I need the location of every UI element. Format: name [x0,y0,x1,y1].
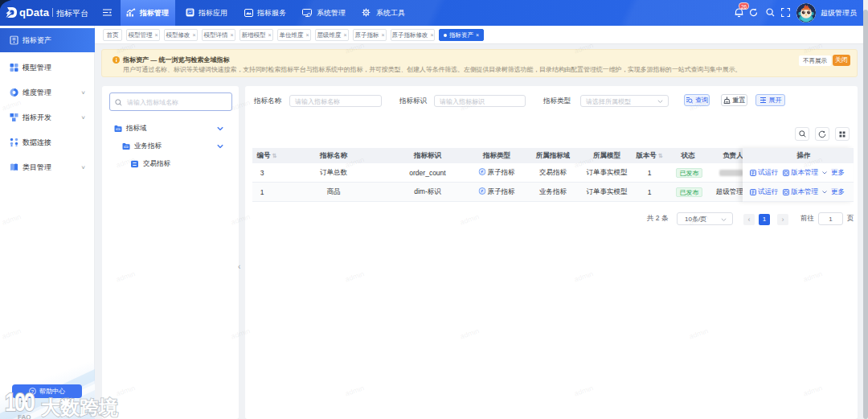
svg-text:?: ? [31,389,35,394]
